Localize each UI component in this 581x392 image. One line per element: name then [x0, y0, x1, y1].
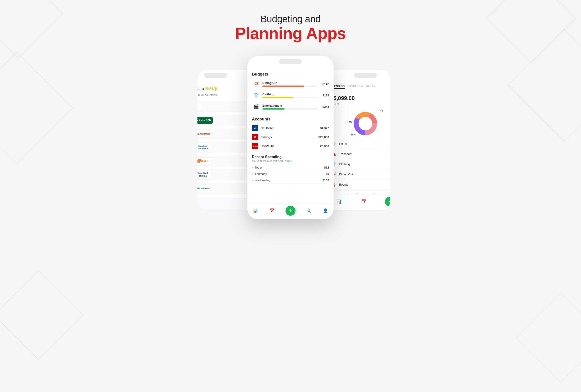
budget-info: Dining Out [262, 81, 318, 87]
list-item: citi [181, 101, 250, 112]
tab-cashflow[interactable]: CASHFLOW [348, 85, 363, 89]
donut-label-17b: 17 [380, 110, 383, 112]
savings-account-logo: 🏦 [252, 134, 258, 140]
account-name: Savings [260, 135, 316, 139]
australia-logo: Bank Australia [191, 130, 212, 137]
budget-amount: $142 [320, 82, 329, 86]
tab-balance[interactable]: BALAN [366, 85, 376, 89]
entertainment-icon: 🎬 [252, 102, 260, 111]
accounts-title: Accounts [252, 117, 329, 122]
budget-clothing: 👕 Clothing $192 [252, 91, 329, 99]
budget-amount: $192 [320, 94, 329, 97]
citi-account-logo: citi [252, 125, 258, 131]
section-divider [252, 114, 329, 114]
account-hsbc: HSBC HSBC UK £6,900 [252, 143, 329, 149]
bnp-logo: BNP PARIBAS [194, 185, 212, 192]
nav-add-button-right[interactable]: + [385, 197, 395, 207]
bank-label: ase [183, 146, 191, 149]
spending-amount: $0 [326, 172, 329, 176]
category-clothing: 👕 Clothing [330, 159, 400, 169]
header-title: Planning Apps [235, 24, 346, 42]
budget-dining-out: 🍜 Dining Out $142 [252, 80, 329, 88]
header: Budgeting and Planning Apps [230, 0, 350, 51]
hash-icon: # [391, 193, 393, 194]
center-bottom-nav: 📊 📅 + 🔍 👤 [248, 203, 334, 219]
icici-logo: 🅰 ICICI [194, 157, 212, 165]
phone-notch-left [204, 73, 227, 78]
budget-name: Clothing [262, 92, 318, 96]
left-phone-screen: r accounts to wally. 5,000 banks in 70 c… [177, 81, 254, 210]
nav-add-button[interactable]: + [286, 206, 296, 216]
account-balance: £6,900 [320, 144, 329, 148]
right-bottom-nav: 📊 📅 + [327, 194, 404, 210]
header-subtitle: Budgeting and [235, 13, 346, 24]
nav-chart-icon-right[interactable]: 📊 [336, 198, 342, 205]
account-balance: $4,322 [320, 126, 329, 130]
budget-info: Entertainment [262, 104, 318, 110]
standard-logo: StandardChartered S [194, 144, 212, 151]
bank-icon [183, 131, 188, 136]
bank-label: ut [183, 173, 191, 176]
nav-chart-icon[interactable]: 📊 [252, 208, 259, 214]
category-name: Transport [339, 152, 352, 156]
spending-amount: $82 [324, 166, 329, 169]
clothing-icon: 👕 [252, 91, 260, 99]
citi-logo: citi [183, 103, 201, 110]
account-balance: $23,800 [318, 135, 329, 139]
list-item: ase StandardChartered S [181, 142, 250, 153]
sbi-logo: State Bankof India [194, 171, 212, 178]
category-name: Dining Out [339, 173, 353, 176]
account-savings: 🏦 Savings $23,800 [252, 134, 329, 140]
wally-heading-prefix: r accounts to [181, 86, 205, 91]
spending-amount-large: $5,099.00 [330, 95, 400, 101]
phone-notch-center [279, 59, 302, 64]
account-citi: citi Citi Debit $4,322 [252, 125, 329, 131]
center-phone: Budgets 🍜 Dining Out $142 👕 [248, 56, 334, 219]
recent-subtitle-text: You've spent $284 this week. [252, 159, 284, 162]
dining-icon: 🍜 [252, 80, 260, 88]
spending-amount: $162 [322, 179, 329, 182]
donut-chart: 17% 25% 17 [350, 109, 381, 136]
list-item: Pal 🅰 ICICI [181, 156, 250, 166]
nav-calendar-icon[interactable]: 📅 [269, 208, 275, 214]
donut-label-17pct: 17% [347, 121, 352, 124]
right-categories: 🏠 Home 🚗 Transport 👕 Clothing 🍜 [330, 139, 400, 190]
bank-list: citi SBC Emirates NBD Bank Australia ase [181, 101, 250, 194]
category-transport: 🚗 Transport [330, 149, 400, 159]
budget-bar-bg [262, 108, 318, 110]
wally-heading: r accounts to wally. [181, 85, 250, 91]
account-name: Citi Debit [260, 126, 318, 130]
list-item: Bank Australia [181, 128, 250, 139]
phones-container: r accounts to wally. 5,000 banks in 70 c… [143, 51, 438, 233]
emirates-logo: Emirates NBD [194, 117, 213, 124]
trend-badge: ▼12% [285, 160, 292, 162]
refresh-icon: ↻ [373, 193, 376, 194]
spending-row-today: Today $82 [252, 164, 329, 171]
spending-row-thursday: Thursday $0 [252, 171, 329, 177]
center-phone-screen: Budgets 🍜 Dining Out $142 👕 [248, 67, 334, 203]
spending-day: Wednesday [252, 179, 270, 182]
budget-bar-bg [262, 85, 318, 87]
left-phone: r accounts to wally. 5,000 banks in 70 c… [177, 70, 254, 210]
right-phone: SPENDING CASHFLOW BALAN $5,099.00 THIS M [327, 70, 404, 210]
nav-calendar-icon-right[interactable]: 📅 [360, 198, 367, 205]
banks-subtext: 5,000 banks in 70 countries [181, 93, 250, 97]
recent-spending-title: Recent Spending [252, 155, 329, 159]
page-wrapper: Budgeting and Planning Apps r accounts t… [143, 0, 438, 233]
wally-logo: wally. [205, 85, 218, 91]
box-icon: ☐ [356, 193, 358, 194]
period-label: THIS M [330, 102, 400, 105]
budget-amount: $243 [320, 105, 329, 108]
nav-search-icon[interactable]: 🔍 [306, 208, 312, 214]
budgets-title: Budgets [252, 72, 329, 77]
nav-profile-icon[interactable]: 👤 [322, 208, 329, 214]
budget-bar-fill [262, 108, 284, 110]
spending-day: Today [252, 166, 262, 169]
spending-dot [252, 167, 253, 168]
list-item: A BNP PARIBAS [181, 183, 250, 194]
category-home: 🏠 Home [330, 139, 400, 149]
spending-day: Thursday [252, 172, 267, 176]
budget-name: Entertainment [262, 104, 318, 107]
budget-name: Dining Out [262, 81, 318, 85]
hsbc-account-logo: HSBC [252, 143, 258, 149]
